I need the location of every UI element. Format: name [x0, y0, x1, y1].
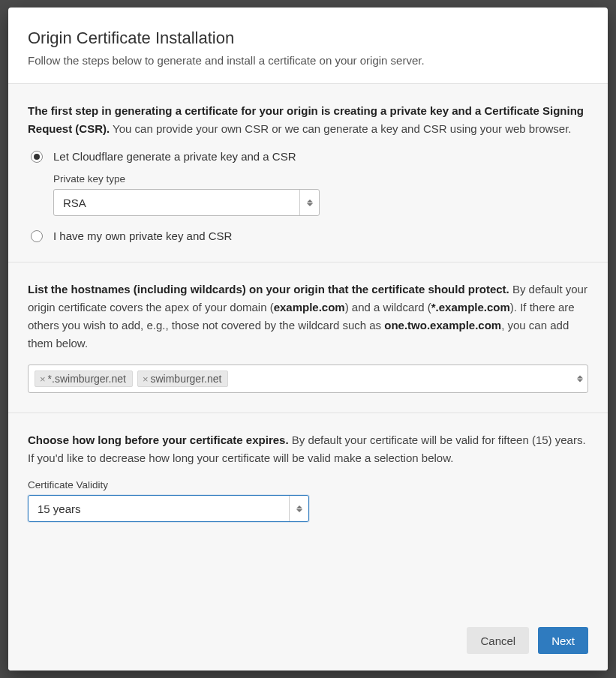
modal-header: Origin Certificate Installation Follow t…: [8, 8, 608, 84]
hostname-tag-text: swimburger.net: [150, 373, 221, 385]
hostnames-desc-bold: List the hostnames (including wildcards)…: [28, 283, 509, 296]
validity-desc-bold: Choose how long before your certificate …: [28, 434, 289, 446]
hostnames-input[interactable]: × *.swimburger.net × swimburger.net: [28, 364, 588, 393]
select-arrows-icon: [577, 376, 583, 382]
hostnames-description: List the hostnames (including wildcards)…: [28, 280, 588, 352]
hostname-tag[interactable]: × *.swimburger.net: [35, 370, 133, 387]
csr-description: The first step in generating a certifica…: [28, 102, 588, 138]
modal-title: Origin Certificate Installation: [28, 28, 588, 48]
radio-option-generate[interactable]: Let Cloudflare generate a private key an…: [31, 150, 588, 163]
section-csr: The first step in generating a certifica…: [8, 84, 608, 262]
radio-own-icon[interactable]: [31, 230, 43, 242]
remove-tag-icon[interactable]: ×: [143, 374, 149, 385]
h-d-wild: *.example.com: [431, 301, 510, 314]
hostname-tag[interactable]: × swimburger.net: [137, 370, 229, 387]
radio-option-own[interactable]: I have my own private key and CSR: [31, 230, 588, 242]
section-hostnames: List the hostnames (including wildcards)…: [8, 262, 608, 413]
private-key-type-label: Private key type: [53, 173, 588, 184]
section-validity: Choose how long before your certificate …: [8, 413, 608, 542]
modal-footer: Cancel Next: [8, 542, 608, 670]
h-d-sub: one.two.example.com: [384, 319, 501, 332]
validity-label: Certificate Validity: [28, 479, 588, 490]
cancel-button[interactable]: Cancel: [467, 627, 529, 654]
hostname-tag-text: *.swimburger.net: [48, 373, 126, 385]
select-arrows-icon: [299, 190, 319, 215]
radio-own-label: I have my own private key and CSR: [53, 230, 232, 242]
validity-select[interactable]: 15 years: [28, 495, 309, 522]
h-d-apex: example.com: [274, 301, 345, 314]
private-key-type-select[interactable]: RSA: [53, 189, 320, 216]
validity-description: Choose how long before your certificate …: [28, 431, 588, 467]
modal-subtitle: Follow the steps below to generate and i…: [28, 54, 588, 67]
remove-tag-icon[interactable]: ×: [40, 374, 46, 385]
origin-cert-modal: Origin Certificate Installation Follow t…: [8, 8, 608, 670]
radio-generate-icon[interactable]: [31, 151, 43, 163]
private-key-type-value: RSA: [63, 196, 310, 209]
private-key-type-block: Private key type RSA: [53, 173, 588, 216]
radio-generate-label: Let Cloudflare generate a private key an…: [53, 150, 296, 163]
h-d-2: ) and a wildcard (: [345, 301, 431, 314]
next-button[interactable]: Next: [538, 627, 588, 654]
select-arrows-icon: [289, 496, 308, 521]
validity-value: 15 years: [38, 502, 299, 515]
csr-desc-rest: You can provide your own CSR or we can g…: [110, 122, 571, 135]
